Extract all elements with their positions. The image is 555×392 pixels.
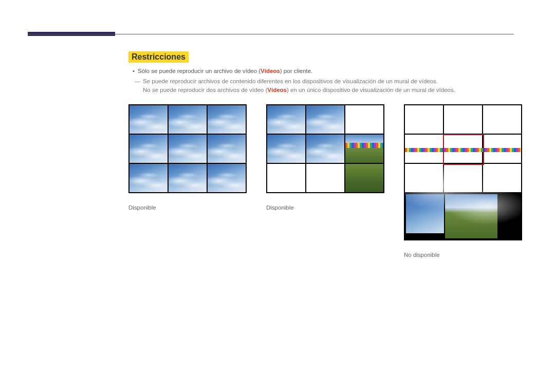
diagram-1: Disponible (128, 104, 247, 258)
diagram-3: No disponible (404, 104, 522, 258)
header-rule (28, 34, 514, 34)
bullet-dot: • (133, 68, 138, 74)
grid-cell (306, 105, 344, 134)
bullet-text: Sólo se puede reproducir un archivo de v… (138, 68, 312, 74)
bullet-text-pre: Sólo se puede reproducir un archivo de v… (138, 68, 261, 74)
grid-cell (208, 135, 246, 163)
bullet-item: • Sólo se puede reproducir un archivo de… (133, 68, 514, 74)
main-content: Restricciones • Sólo se puede reproducir… (128, 51, 514, 258)
caption-2: Disponible (266, 204, 384, 211)
sub-note: Se puede reproducir archivos de contenid… (143, 77, 514, 95)
grid-cell (208, 105, 246, 134)
section-title: Restricciones (128, 51, 189, 63)
grid-cell (130, 105, 168, 134)
videowall-grid-3 (404, 104, 522, 240)
subnote-line2-pre: No se puede reproducir dos archivos de v… (143, 87, 267, 93)
grid-cell (169, 105, 207, 134)
grid-cell (345, 105, 383, 134)
grid-cell (345, 164, 383, 192)
grid-cell (130, 135, 168, 163)
grid-cell (169, 164, 207, 192)
grid-cell (267, 135, 305, 163)
grid-cell (130, 164, 168, 192)
subnote-line2-highlight: Vídeos (267, 87, 287, 93)
caption-1: Disponible (128, 204, 247, 211)
grid-cell (267, 164, 305, 192)
grid-cell (267, 105, 305, 134)
grid-cell (208, 164, 246, 192)
grid-cell (306, 135, 344, 163)
subnote-line-2: No se puede reproducir dos archivos de v… (143, 86, 514, 95)
grid-cell (306, 164, 344, 192)
caption-3: No disponible (404, 252, 522, 258)
grid-cell (169, 135, 207, 163)
diagram-row: Disponible Disponible (128, 104, 514, 258)
diagram-2: Disponible (266, 104, 384, 258)
subnote-line2-post: ) en un único dispositivo de visualizaci… (287, 87, 455, 93)
overlay-video-a (405, 193, 471, 234)
subnote-line-1: Se puede reproducir archivos de contenid… (143, 77, 514, 86)
bullet-text-highlight: Vídeos (261, 68, 280, 74)
videowall-grid-2 (266, 104, 384, 193)
grid-cell (345, 135, 383, 163)
bullet-text-post: ) por cliente. (280, 68, 312, 74)
videowall-grid-1 (128, 104, 247, 193)
